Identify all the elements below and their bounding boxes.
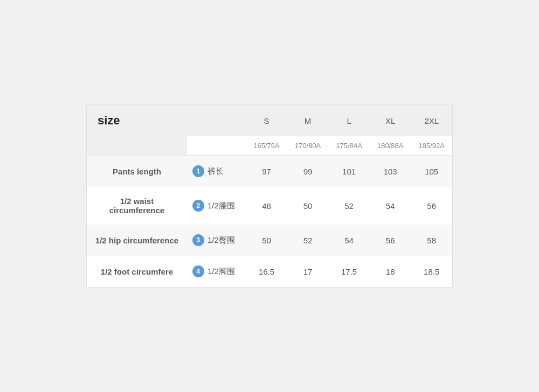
value-cell: 52 — [328, 187, 370, 225]
value-cell: 103 — [370, 156, 411, 187]
value-cell: 18.5 — [411, 256, 452, 287]
sub-header-m: 170/80A — [287, 136, 329, 156]
chinese-label: 1裤长 — [187, 156, 246, 187]
value-cell: 97 — [246, 156, 287, 187]
table-row: 1/2 hip circumference31/2臀围5052545658 — [87, 225, 452, 256]
sub-header-2xl: 185/92A — [411, 136, 452, 156]
value-cell: 54 — [370, 187, 411, 225]
header-row: size S M L XL 2XL — [87, 105, 452, 136]
chinese-text: 1/2臀围 — [208, 235, 235, 246]
col-header-l: L — [328, 105, 370, 136]
value-cell: 54 — [328, 225, 370, 256]
chinese-label: 31/2臀围 — [187, 225, 246, 256]
col-header-2xl: 2XL — [411, 105, 452, 136]
value-cell: 56 — [411, 187, 452, 225]
sub-header-xl: 180/88A — [370, 136, 411, 156]
value-cell: 50 — [246, 225, 287, 256]
value-cell: 17.5 — [328, 256, 370, 287]
value-cell: 48 — [246, 187, 287, 225]
badge-1: 1 — [192, 165, 204, 177]
sub-header-s: 165/76A — [246, 136, 287, 156]
size-label: size — [87, 105, 187, 136]
value-cell: 105 — [411, 156, 452, 187]
chinese-label: 21/2腰围 — [187, 187, 246, 225]
chinese-text: 裤长 — [208, 166, 224, 177]
badge-2: 2 — [192, 200, 204, 212]
value-cell: 101 — [328, 156, 370, 187]
badge-4: 4 — [192, 265, 204, 277]
col-header-xl: XL — [370, 105, 411, 136]
table-row: 1/2 waist circumference21/2腰围4850525456 — [87, 187, 452, 225]
badge-3: 3 — [192, 234, 204, 246]
sub-header-row: 165/76A 170/80A 175/84A 180/88A 185/92A — [87, 136, 452, 156]
row-label: Pants length — [87, 156, 187, 187]
value-cell: 58 — [411, 225, 452, 256]
size-chart: size S M L XL 2XL 165/76A 170/80A 175/84… — [86, 104, 453, 288]
value-cell: 17 — [287, 256, 329, 287]
chinese-text: 1/2腰围 — [208, 201, 235, 211]
value-cell: 50 — [287, 187, 329, 225]
row-label: 1/2 foot circumfere — [87, 256, 187, 287]
value-cell: 56 — [370, 225, 411, 256]
row-label: 1/2 hip circumference — [87, 225, 187, 256]
sub-header-l: 175/84A — [328, 136, 370, 156]
value-cell: 18 — [370, 256, 411, 287]
value-cell: 16.5 — [246, 256, 287, 287]
chinese-text: 1/2脚围 — [208, 267, 235, 277]
table-row: 1/2 foot circumfere41/2脚围16.51717.51818.… — [87, 256, 452, 287]
table-row: Pants length1裤长9799101103105 — [87, 156, 452, 187]
row-label: 1/2 waist circumference — [87, 187, 187, 225]
value-cell: 99 — [287, 156, 329, 187]
col-header-m: M — [287, 105, 329, 136]
col-header-s: S — [246, 105, 287, 136]
value-cell: 52 — [287, 225, 329, 256]
chinese-label: 41/2脚围 — [187, 256, 246, 287]
